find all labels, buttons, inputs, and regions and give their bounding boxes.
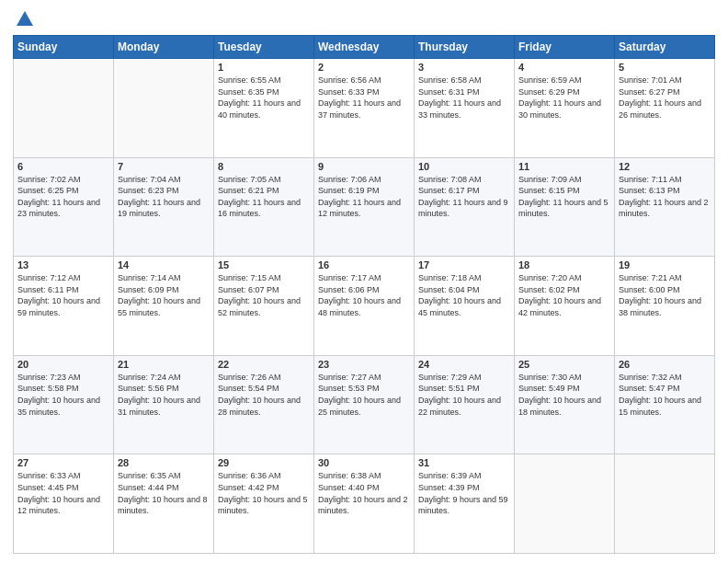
calendar-cell: 20Sunrise: 7:23 AM Sunset: 5:58 PM Dayli… [14,355,114,454]
day-detail: Sunrise: 6:35 AM Sunset: 4:44 PM Dayligh… [118,470,210,516]
day-number: 28 [118,457,210,468]
day-detail: Sunrise: 7:18 AM Sunset: 6:04 PM Dayligh… [418,272,510,318]
day-number: 6 [17,161,109,172]
day-number: 14 [118,259,210,270]
day-number: 15 [218,259,310,270]
day-detail: Sunrise: 7:26 AM Sunset: 5:54 PM Dayligh… [218,372,310,418]
day-number: 27 [17,457,109,468]
day-detail: Sunrise: 6:59 AM Sunset: 6:29 PM Dayligh… [518,75,610,121]
day-number: 9 [318,161,410,172]
calendar-cell: 11Sunrise: 7:09 AM Sunset: 6:15 PM Dayli… [515,157,615,257]
calendar-cell: 29Sunrise: 6:36 AM Sunset: 4:42 PM Dayli… [214,454,314,554]
day-detail: Sunrise: 6:58 AM Sunset: 6:31 PM Dayligh… [418,75,510,121]
day-number: 13 [17,259,109,270]
header [13,9,715,29]
day-detail: Sunrise: 7:06 AM Sunset: 6:19 PM Dayligh… [318,174,410,220]
day-detail: Sunrise: 6:39 AM Sunset: 4:39 PM Dayligh… [418,470,510,516]
calendar-header-sunday: Sunday [14,36,114,59]
day-number: 5 [619,62,711,73]
calendar-week-4: 20Sunrise: 7:23 AM Sunset: 5:58 PM Dayli… [14,355,715,454]
day-number: 20 [17,359,109,370]
calendar-header-saturday: Saturday [615,36,715,59]
calendar-cell: 14Sunrise: 7:14 AM Sunset: 6:09 PM Dayli… [114,257,214,356]
calendar-header-thursday: Thursday [415,36,515,59]
day-detail: Sunrise: 6:55 AM Sunset: 6:35 PM Dayligh… [218,75,310,121]
day-detail: Sunrise: 7:20 AM Sunset: 6:02 PM Dayligh… [518,272,610,318]
calendar-cell: 24Sunrise: 7:29 AM Sunset: 5:51 PM Dayli… [415,355,515,454]
day-detail: Sunrise: 6:33 AM Sunset: 4:45 PM Dayligh… [17,470,109,516]
day-number: 22 [218,359,310,370]
day-number: 8 [218,161,310,172]
day-number: 3 [418,62,510,73]
day-detail: Sunrise: 7:30 AM Sunset: 5:49 PM Dayligh… [518,372,610,418]
calendar-table: SundayMondayTuesdayWednesdayThursdayFrid… [13,35,715,554]
day-number: 12 [619,161,711,172]
calendar-cell: 31Sunrise: 6:39 AM Sunset: 4:39 PM Dayli… [415,454,515,554]
day-detail: Sunrise: 7:12 AM Sunset: 6:11 PM Dayligh… [17,272,109,318]
calendar-cell: 2Sunrise: 6:56 AM Sunset: 6:33 PM Daylig… [314,59,415,158]
day-number: 4 [518,62,610,73]
day-detail: Sunrise: 7:09 AM Sunset: 6:15 PM Dayligh… [518,174,610,220]
calendar-cell: 23Sunrise: 7:27 AM Sunset: 5:53 PM Dayli… [314,355,415,454]
day-number: 31 [418,457,510,468]
calendar-header-tuesday: Tuesday [214,36,314,59]
calendar-cell: 27Sunrise: 6:33 AM Sunset: 4:45 PM Dayli… [14,454,114,554]
calendar-cell [515,454,615,554]
logo-icon [15,9,35,29]
day-detail: Sunrise: 7:24 AM Sunset: 5:56 PM Dayligh… [118,372,210,418]
calendar-header-friday: Friday [515,36,615,59]
day-detail: Sunrise: 7:29 AM Sunset: 5:51 PM Dayligh… [418,372,510,418]
day-detail: Sunrise: 7:14 AM Sunset: 6:09 PM Dayligh… [118,272,210,318]
calendar-cell: 26Sunrise: 7:32 AM Sunset: 5:47 PM Dayli… [615,355,715,454]
day-detail: Sunrise: 6:36 AM Sunset: 4:42 PM Dayligh… [218,470,310,516]
day-number: 17 [418,259,510,270]
day-number: 18 [518,259,610,270]
calendar-cell: 28Sunrise: 6:35 AM Sunset: 4:44 PM Dayli… [114,454,214,554]
day-number: 25 [518,359,610,370]
svg-marker-0 [17,11,33,26]
calendar-cell: 6Sunrise: 7:02 AM Sunset: 6:25 PM Daylig… [14,157,114,257]
calendar-cell: 22Sunrise: 7:26 AM Sunset: 5:54 PM Dayli… [214,355,314,454]
calendar-week-3: 13Sunrise: 7:12 AM Sunset: 6:11 PM Dayli… [14,257,715,356]
calendar-cell: 5Sunrise: 7:01 AM Sunset: 6:27 PM Daylig… [615,59,715,158]
calendar-week-1: 1Sunrise: 6:55 AM Sunset: 6:35 PM Daylig… [14,59,715,158]
day-number: 26 [619,359,711,370]
day-detail: Sunrise: 7:17 AM Sunset: 6:06 PM Dayligh… [318,272,410,318]
day-detail: Sunrise: 7:23 AM Sunset: 5:58 PM Dayligh… [17,372,109,418]
day-number: 21 [118,359,210,370]
calendar-cell [615,454,715,554]
calendar-cell: 4Sunrise: 6:59 AM Sunset: 6:29 PM Daylig… [515,59,615,158]
day-detail: Sunrise: 7:27 AM Sunset: 5:53 PM Dayligh… [318,372,410,418]
calendar-cell: 17Sunrise: 7:18 AM Sunset: 6:04 PM Dayli… [415,257,515,356]
day-detail: Sunrise: 7:04 AM Sunset: 6:23 PM Dayligh… [118,174,210,220]
day-detail: Sunrise: 7:01 AM Sunset: 6:27 PM Dayligh… [619,75,711,121]
calendar-cell: 15Sunrise: 7:15 AM Sunset: 6:07 PM Dayli… [214,257,314,356]
day-number: 16 [318,259,410,270]
day-detail: Sunrise: 7:02 AM Sunset: 6:25 PM Dayligh… [17,174,109,220]
calendar-cell: 3Sunrise: 6:58 AM Sunset: 6:31 PM Daylig… [415,59,515,158]
calendar-header-monday: Monday [114,36,214,59]
calendar-header-row: SundayMondayTuesdayWednesdayThursdayFrid… [14,36,715,59]
calendar-cell [14,59,114,158]
logo-area [13,9,35,29]
calendar-cell: 12Sunrise: 7:11 AM Sunset: 6:13 PM Dayli… [615,157,715,257]
calendar-cell: 10Sunrise: 7:08 AM Sunset: 6:17 PM Dayli… [415,157,515,257]
calendar-cell [114,59,214,158]
calendar-cell: 1Sunrise: 6:55 AM Sunset: 6:35 PM Daylig… [214,59,314,158]
day-number: 10 [418,161,510,172]
day-detail: Sunrise: 7:05 AM Sunset: 6:21 PM Dayligh… [218,174,310,220]
calendar-week-2: 6Sunrise: 7:02 AM Sunset: 6:25 PM Daylig… [14,157,715,257]
calendar-cell: 7Sunrise: 7:04 AM Sunset: 6:23 PM Daylig… [114,157,214,257]
day-detail: Sunrise: 6:38 AM Sunset: 4:40 PM Dayligh… [318,470,410,516]
calendar-cell: 13Sunrise: 7:12 AM Sunset: 6:11 PM Dayli… [14,257,114,356]
calendar-cell: 30Sunrise: 6:38 AM Sunset: 4:40 PM Dayli… [314,454,415,554]
day-number: 30 [318,457,410,468]
calendar-header-wednesday: Wednesday [314,36,415,59]
day-number: 29 [218,457,310,468]
calendar-cell: 19Sunrise: 7:21 AM Sunset: 6:00 PM Dayli… [615,257,715,356]
day-detail: Sunrise: 7:08 AM Sunset: 6:17 PM Dayligh… [418,174,510,220]
day-detail: Sunrise: 7:32 AM Sunset: 5:47 PM Dayligh… [619,372,711,418]
day-detail: Sunrise: 7:11 AM Sunset: 6:13 PM Dayligh… [619,174,711,220]
logo [13,9,35,29]
calendar-week-5: 27Sunrise: 6:33 AM Sunset: 4:45 PM Dayli… [14,454,715,554]
